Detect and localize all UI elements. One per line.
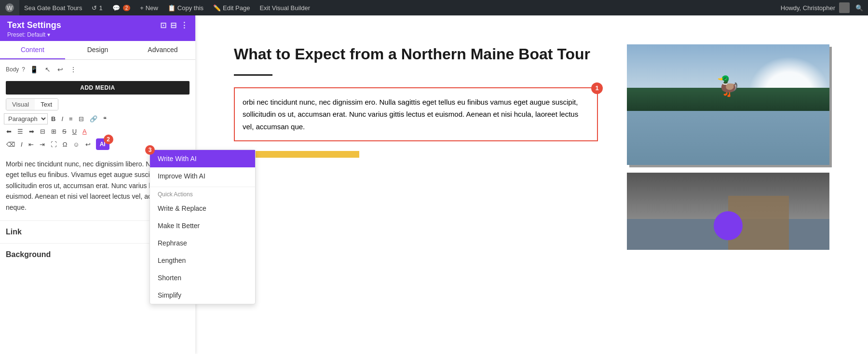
undo2-button[interactable]: ↩: [83, 139, 93, 150]
comments-item[interactable]: 💬 2: [108, 0, 136, 15]
outdent-button[interactable]: ⇤: [26, 139, 36, 150]
omega-button[interactable]: Ω: [60, 139, 70, 150]
page-title: What to Expect from a Northern Maine Boa…: [234, 44, 598, 65]
align-justify-button[interactable]: ⊟: [38, 126, 48, 136]
main-layout: Text Settings ⊡ ⊟ ⋮ Preset: Default ▾ Co…: [0, 15, 868, 354]
selected-body-text: orbi nec tincidunt nunc, nec dignissim e…: [243, 96, 589, 133]
purple-circle: [714, 211, 743, 240]
tab-advanced[interactable]: Advanced: [130, 41, 195, 59]
admin-bar: W Sea Gate Boat Tours ↺ 1 💬 2 + New 📋 Co…: [0, 0, 868, 15]
step-3-badge: 3: [145, 145, 155, 155]
page-main: What to Expect from a Northern Maine Boa…: [234, 44, 598, 158]
quick-actions-label: Quick Actions: [150, 187, 255, 200]
format-row-1: Paragraph B I ≡ ⊟ 🔗 ❝: [0, 112, 195, 125]
tab-content[interactable]: Content: [0, 41, 65, 59]
simplify-item[interactable]: Simplify: [150, 286, 255, 304]
bird-icon: 🦆: [716, 75, 740, 97]
page-side: 🦆: [627, 44, 829, 250]
water-layer: [627, 111, 829, 165]
panel-tabs: Content Design Advanced: [0, 41, 195, 60]
italic2-button[interactable]: I: [18, 139, 25, 150]
table-button[interactable]: ⊞: [49, 126, 59, 136]
tab-text[interactable]: Text: [35, 99, 58, 110]
svg-text:W: W: [7, 4, 13, 12]
paragraph-select[interactable]: Paragraph: [4, 113, 48, 124]
wp-logo[interactable]: W: [0, 0, 19, 15]
ai-btn-wrapper: AI 2: [96, 138, 109, 150]
format-row-3: ⌫ I ⇤ ⇥ ⛶ Ω ☺ ↩ AI 2: [0, 137, 195, 151]
improve-with-ai-item[interactable]: Improve With AI: [150, 167, 255, 185]
selected-text-box: 1 orbi nec tincidunt nunc, nec dignissim…: [234, 87, 598, 142]
howdy-item[interactable]: Howdy, Christopher 🔍: [776, 2, 868, 13]
toolbar-icons: 📱 ↖ ↩ ⋮: [28, 65, 79, 74]
bold-button[interactable]: B: [49, 114, 58, 124]
tab-visual[interactable]: Visual: [6, 99, 35, 110]
cursor-icon[interactable]: ↖: [43, 65, 53, 74]
write-replace-item[interactable]: Write & Replace: [150, 200, 255, 217]
italic-button[interactable]: I: [59, 114, 66, 124]
emoji-button[interactable]: ☺: [70, 139, 81, 150]
ol-button[interactable]: ⊟: [76, 114, 86, 124]
panel-title-icons: ⊡ ⊟ ⋮: [160, 21, 188, 30]
page-inner: What to Expect from a Northern Maine Boa…: [195, 15, 868, 354]
blockquote-button[interactable]: ❝: [101, 114, 109, 124]
page-two-col: What to Expect from a Northern Maine Boa…: [234, 44, 829, 250]
comments-icon: 💬: [112, 4, 120, 12]
write-with-ai-item[interactable]: Write With AI: [150, 150, 255, 167]
step-2-badge: 2: [104, 135, 113, 144]
lengthen-item[interactable]: Lengthen: [150, 252, 255, 269]
pencil-icon: ✏️: [213, 4, 221, 12]
more-vert-icon[interactable]: ⋮: [68, 65, 79, 74]
body-label: Body ? 📱 ↖ ↩ ⋮: [6, 65, 190, 74]
add-media-button[interactable]: ADD MEDIA: [6, 81, 190, 95]
panel-preset[interactable]: Preset: Default ▾: [7, 31, 188, 38]
search-icon[interactable]: 🔍: [855, 4, 863, 12]
responsive-icon[interactable]: ⊡: [160, 21, 166, 30]
columns-icon[interactable]: ⊟: [170, 21, 176, 30]
lake-image: 🦆: [627, 44, 829, 165]
text-color-button[interactable]: A: [80, 126, 89, 136]
dock-image: [627, 173, 829, 250]
indent-button[interactable]: ⇥: [37, 139, 47, 150]
site-name[interactable]: Sea Gate Boat Tours: [19, 0, 87, 15]
format-remove-button[interactable]: ⌫: [4, 139, 17, 150]
rephrase-item[interactable]: Rephrase: [150, 234, 255, 252]
revisions-icon: ↺: [92, 4, 97, 12]
ul-button[interactable]: ≡: [67, 114, 75, 124]
revisions-item[interactable]: ↺ 1: [87, 0, 107, 15]
mobile-icon[interactable]: 📱: [28, 65, 40, 74]
toolbar-section: Body ? 📱 ↖ ↩ ⋮: [0, 60, 195, 77]
more-options-icon[interactable]: ⋮: [180, 21, 188, 30]
editor-tabs: Visual Text: [6, 98, 58, 110]
page-content: What to Expect from a Northern Maine Boa…: [195, 15, 868, 354]
panel-title: Text Settings ⊡ ⊟ ⋮: [7, 20, 188, 30]
align-left-button[interactable]: ⬅: [4, 126, 14, 136]
selected-text-badge: 1: [591, 82, 603, 94]
page-divider: [234, 74, 272, 76]
format-row-2: ⬅ ☰ ➡ ⊟ ⊞ S U A: [0, 125, 195, 137]
panel-header: Text Settings ⊡ ⊟ ⋮ Preset: Default ▾: [0, 15, 195, 41]
strikethrough-button[interactable]: S: [60, 126, 69, 136]
align-right-button[interactable]: ➡: [27, 126, 37, 136]
fullscreen-button[interactable]: ⛶: [48, 139, 59, 150]
new-item[interactable]: + New: [135, 0, 163, 15]
undo-icon[interactable]: ↩: [55, 65, 65, 74]
ai-dropdown: 3 Write With AI Improve With AI Quick Ac…: [149, 150, 256, 304]
plus-icon: +: [140, 4, 144, 12]
exit-visual-builder-item[interactable]: Exit Visual Builder: [255, 0, 315, 15]
align-center-button[interactable]: ☰: [15, 126, 26, 136]
admin-bar-right: Howdy, Christopher 🔍: [776, 2, 868, 13]
copy-icon: 📋: [168, 4, 176, 12]
avatar: [839, 2, 850, 13]
link-button[interactable]: 🔗: [87, 114, 100, 124]
underline-button[interactable]: U: [70, 126, 79, 136]
help-icon[interactable]: ?: [22, 66, 25, 73]
edit-page-item[interactable]: ✏️ Edit Page: [208, 0, 255, 15]
tab-design[interactable]: Design: [65, 41, 130, 59]
shorten-item[interactable]: Shorten: [150, 269, 255, 286]
copy-this-item[interactable]: 📋 Copy this: [163, 0, 208, 15]
make-it-better-item[interactable]: Make It Better: [150, 217, 255, 234]
